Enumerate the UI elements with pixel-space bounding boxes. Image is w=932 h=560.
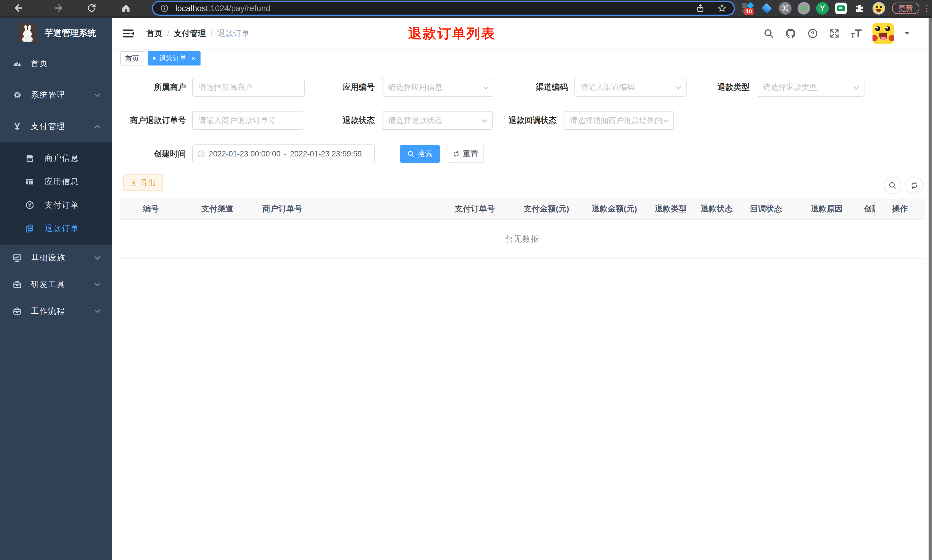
- yen-circle-icon: ¥: [23, 200, 36, 210]
- sidebar-item-system[interactable]: 系统管理: [0, 79, 112, 111]
- create-time-range-picker[interactable]: 2022-01-23 00:00:00 - 2022-01-23 23:59:5…: [192, 145, 375, 163]
- browser-toolbar: localhost:1024/pay/refund 10 ⌘ Y 更新: [0, 0, 932, 16]
- column-header-create-time: 创建时间: [861, 198, 875, 219]
- sidebar-item-label: 支付管理: [31, 121, 65, 132]
- button-label: 重置: [463, 149, 478, 159]
- navbar-actions: ? TT: [763, 18, 910, 49]
- breadcrumb-home[interactable]: 首页: [146, 28, 163, 39]
- bookmark-star-icon[interactable]: [717, 3, 727, 13]
- sidebar-item-pay-order[interactable]: ¥ 支付订单: [0, 193, 112, 217]
- app-select[interactable]: 请选择应用信息: [382, 78, 494, 97]
- refund-type-select[interactable]: 请选择退款类型: [757, 78, 864, 97]
- browser-menu-icon[interactable]: [924, 3, 929, 13]
- tag-close-icon[interactable]: ×: [191, 55, 195, 62]
- sidebar-item-dev-tools[interactable]: 研发工具: [0, 271, 112, 298]
- update-button[interactable]: 更新: [892, 3, 920, 14]
- filter-label-merchant-refund-no: 商户退款订单号: [120, 111, 186, 130]
- search-button[interactable]: 搜索: [400, 145, 440, 163]
- tag-home[interactable]: 首页: [120, 51, 144, 66]
- sidebar-item-label: 退款订单: [45, 223, 79, 234]
- url-bar[interactable]: localhost:1024/pay/refund: [153, 2, 734, 15]
- browser-forward-icon[interactable]: [53, 2, 65, 14]
- extension-record-icon[interactable]: [797, 1, 811, 16]
- channel-select[interactable]: 请输入渠道编码: [574, 78, 687, 97]
- extension-command-icon[interactable]: ⌘: [778, 1, 793, 16]
- column-header-pay-channel: 支付渠道: [181, 198, 253, 219]
- active-dot-icon: [153, 57, 155, 60]
- store-icon: [23, 153, 36, 163]
- export-button[interactable]: 导出: [123, 174, 163, 191]
- sidebar-item-label: 系统管理: [31, 89, 65, 100]
- search-icon: [407, 150, 415, 158]
- date-range-separator: -: [284, 149, 287, 158]
- filter-label-refund-type: 退款类型: [690, 78, 749, 97]
- avatar-caret-down-icon[interactable]: [904, 32, 910, 35]
- grid-icon: [23, 177, 36, 186]
- breadcrumb: 首页 / 支付管理 / 退款订单: [146, 28, 249, 39]
- tag-refund-order[interactable]: 退款订单 ×: [148, 51, 200, 66]
- share-icon[interactable]: [695, 3, 705, 13]
- gear-icon: [11, 90, 23, 100]
- column-header-refund-status: 退款状态: [694, 198, 740, 219]
- chevron-down-icon: [94, 91, 100, 97]
- sidebar-item-app-info[interactable]: 应用信息: [0, 170, 112, 193]
- download-icon: [130, 179, 138, 186]
- tag-label: 退款订单: [159, 54, 186, 63]
- briefcase-icon: [11, 306, 23, 316]
- extension-badge: 10: [744, 8, 754, 15]
- hamburger-collapse-icon[interactable]: [122, 29, 134, 38]
- merchant-refund-no-input[interactable]: [192, 111, 303, 130]
- sidebar-menu-lower: 基础设施 研发工具 工作流程: [0, 245, 112, 324]
- reset-button[interactable]: 重置: [447, 145, 484, 163]
- page-scrollbar[interactable]: [929, 18, 932, 560]
- user-avatar[interactable]: [872, 23, 894, 44]
- sidebar-item-workflow[interactable]: 工作流程: [0, 298, 112, 324]
- help-icon[interactable]: ?: [807, 28, 818, 39]
- tag-label: 首页: [125, 54, 139, 63]
- app-navbar: 首页 / 支付管理 / 退款订单 退款订单列表 ? TT: [112, 18, 929, 49]
- browser-reload-icon[interactable]: [86, 2, 97, 14]
- toggle-search-button[interactable]: [884, 177, 901, 194]
- sidebar-item-payment[interactable]: ¥ 支付管理: [0, 111, 112, 142]
- github-icon[interactable]: [785, 28, 797, 39]
- column-header-pay-order-no: 支付订单号: [438, 198, 512, 219]
- sidebar-submenu-payment: 商户信息 应用信息 ¥ 支付订单 退款订单: [0, 142, 112, 245]
- chevron-up-icon: [94, 125, 100, 131]
- extension-emoji-icon[interactable]: [871, 1, 886, 16]
- breadcrumb-section[interactable]: 支付管理: [174, 28, 206, 39]
- app-logo[interactable]: 芋道管理系统: [0, 18, 112, 48]
- refresh-table-button[interactable]: [905, 177, 923, 194]
- breadcrumb-separator: /: [167, 29, 169, 38]
- y-glyph: Y: [816, 2, 829, 15]
- refund-status-select[interactable]: 请选择退款状态: [382, 111, 493, 130]
- browser-back-icon[interactable]: [13, 2, 24, 14]
- sidebar-item-label: 首页: [31, 58, 48, 69]
- extension-chat-icon[interactable]: [834, 1, 849, 16]
- callback-status-select[interactable]: 请选择通知商户退款结果的: [564, 111, 674, 130]
- sidebar-item-home[interactable]: 首页: [0, 48, 112, 79]
- extensions-puzzle-icon[interactable]: [852, 1, 867, 16]
- font-size-icon[interactable]: TT: [851, 28, 861, 39]
- extension-y-icon[interactable]: Y: [815, 1, 830, 16]
- yen-icon: ¥: [11, 122, 23, 131]
- extension-pinned-icon[interactable]: 10: [740, 1, 755, 16]
- filter-label-refund-status: 退款状态: [312, 111, 375, 130]
- date-start-value: 2022-01-23 00:00:00: [209, 149, 281, 158]
- search-icon: [888, 181, 897, 189]
- fullscreen-icon[interactable]: [829, 28, 840, 39]
- sidebar-item-refund-order[interactable]: 退款订单: [0, 217, 112, 240]
- extension-gem-icon[interactable]: [759, 1, 774, 16]
- column-header-actions: 操作: [875, 198, 924, 219]
- browser-home-icon[interactable]: [120, 2, 132, 14]
- site-info-icon[interactable]: [160, 4, 169, 13]
- merchant-input[interactable]: [192, 78, 305, 97]
- search-icon[interactable]: [763, 28, 774, 39]
- sidebar-item-label: 支付订单: [45, 200, 79, 211]
- url-path: :1024/pay/refund: [208, 4, 270, 13]
- table-header-row: 编号 支付渠道 商户订单号 支付订单号 支付金额(元) 退款金额(元) 退款类型…: [120, 198, 924, 220]
- filter-label-channel: 渠道编码: [503, 78, 568, 97]
- refund-document-icon: [23, 224, 36, 233]
- chevron-down-icon: [94, 280, 100, 286]
- sidebar-item-infrastructure[interactable]: 基础设施: [0, 245, 112, 271]
- sidebar-item-merchant-info[interactable]: 商户信息: [0, 146, 112, 170]
